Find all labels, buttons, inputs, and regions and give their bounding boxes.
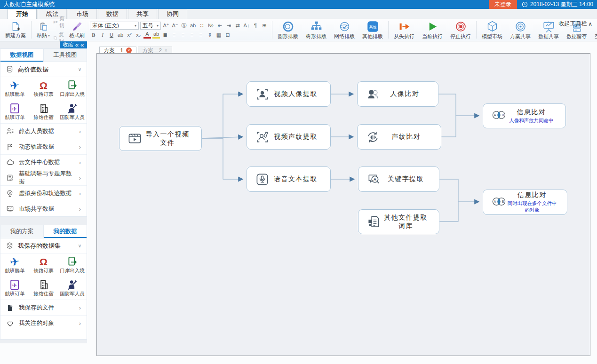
- phonetic-guide-button[interactable]: Ⓐ: [180, 22, 188, 29]
- align-center-button[interactable]: ≡: [179, 31, 187, 39]
- table-button[interactable]: ⊞: [261, 22, 268, 29]
- indent-button[interactable]: ⇥: [225, 22, 232, 29]
- align-right-button[interactable]: ≡: [188, 31, 196, 39]
- ribbon-tab-0[interactable]: 开始: [8, 9, 37, 19]
- flow-node-speech-text-extract[interactable]: 语音文本提取: [247, 166, 331, 192]
- flow-node-keyword-extract[interactable]: A关键字提取: [358, 166, 439, 192]
- paragraph-marks-button[interactable]: ¶: [252, 22, 259, 29]
- section-header-my-data[interactable]: 我保存的数据集∨: [0, 238, 87, 253]
- flow-canvas[interactable]: 导入一个视频文件视频人像提取人像比对视频声纹提取声纹比对语音文本提取A关键字提取…: [96, 53, 590, 356]
- flow-node-other-file-lexicon[interactable]: 其他文件提取词库: [358, 209, 439, 234]
- data-item-label: 铁路订票: [34, 91, 54, 98]
- canvas-tab-0[interactable]: 方案—1×: [99, 47, 136, 54]
- sidebar-tab-data-view-0[interactable]: 数据视图: [0, 49, 44, 62]
- data-item-my-data-5[interactable]: 国防军人员: [58, 277, 87, 300]
- node-label: 其他文件提取词库: [381, 214, 430, 230]
- shrink-font-button[interactable]: A⁻: [171, 22, 179, 29]
- sidebar-tab-my-data-1[interactable]: 我的数据: [44, 225, 87, 238]
- sidebar-row-data-view-5[interactable]: 市场共享数据›: [0, 201, 87, 216]
- char-shading-button[interactable]: ≣: [161, 31, 169, 39]
- grow-font-button[interactable]: A⁺: [162, 22, 170, 29]
- collapse-toolbar-link[interactable]: 收起工具栏 ∧: [558, 20, 592, 28]
- svg-text:B: B: [502, 113, 504, 117]
- plan-share-button[interactable]: 方案共享: [507, 19, 534, 41]
- data-item-data-view-4[interactable]: 旅馆住宿: [29, 100, 58, 123]
- paste-button[interactable]: 粘贴▾: [33, 20, 53, 40]
- ribbon-tab-5[interactable]: 协同: [158, 9, 187, 19]
- flow-node-voiceprint-compare[interactable]: 声纹比对: [357, 124, 441, 150]
- sidebar-tab-data-view-1[interactable]: 工具视图: [44, 49, 87, 62]
- sidebar-row-data-view-3[interactable]: 基础调研与专题库数据›: [0, 170, 87, 185]
- new-plan-button[interactable]: 新建方案: [2, 20, 29, 40]
- font-color-button[interactable]: A: [143, 31, 151, 39]
- align-left-button[interactable]: ≡: [170, 31, 178, 39]
- sidebar-row-data-view-4[interactable]: 虚拟身份和轨迹数据›: [0, 185, 87, 201]
- flow-node-info-compare-2[interactable]: AB信息比对同时出现在多个文件中的对象: [483, 190, 567, 215]
- underline-button[interactable]: U: [108, 31, 115, 39]
- justify-button[interactable]: ≡: [197, 31, 205, 39]
- cut-button[interactable]: ✂ 剪切: [53, 15, 66, 29]
- data-item-data-view-3[interactable]: ✈航班订单: [0, 100, 29, 123]
- italic-button[interactable]: I: [99, 31, 106, 39]
- circle-layout-button[interactable]: 圆形排版: [274, 19, 302, 41]
- sidebar-collapse-button[interactable]: 收缩 ««: [60, 41, 87, 48]
- run-current-button[interactable]: 当前执行: [419, 19, 446, 41]
- text-direction-button[interactable]: ⇄: [234, 22, 241, 29]
- cut-label: 剪切: [59, 15, 66, 29]
- tree-layout-button[interactable]: 树形排版: [302, 19, 330, 41]
- sidebar-row-my-data-0[interactable]: 我保存的文件›: [0, 300, 87, 315]
- network-layout-button[interactable]: 网络排版: [331, 19, 358, 41]
- strikethrough-button[interactable]: ab: [117, 31, 124, 39]
- ribbon-tab-2[interactable]: 市场: [68, 9, 97, 19]
- data-item-data-view-1[interactable]: Ω铁路订票: [29, 77, 58, 100]
- subscript-button[interactable]: x₂: [135, 31, 142, 39]
- node-subtitle: 同时出现在多个文件中的对象: [506, 200, 558, 214]
- format-painter-button[interactable]: 格式刷: [66, 20, 88, 40]
- number-list-button[interactable]: №: [207, 22, 215, 29]
- borders-button[interactable]: ⊡: [224, 31, 231, 39]
- other-layout-button[interactable]: 其他其他排版: [359, 19, 386, 41]
- data-item-data-view-0[interactable]: ✈航班舱单: [0, 77, 29, 100]
- flow-node-info-compare-1[interactable]: AB信息比对人像和声纹共同命中: [483, 103, 566, 128]
- data-item-data-view-2[interactable]: 口岸出入境: [58, 77, 87, 100]
- data-item-my-data-1[interactable]: Ω铁路订票: [29, 253, 58, 277]
- sidebar-row-data-view-2[interactable]: 云文件中心数据›: [0, 154, 87, 170]
- login-status-badge[interactable]: 未登录: [489, 0, 517, 9]
- canvas-tab-1[interactable]: 方案—2×: [138, 47, 172, 54]
- flow-node-import-video[interactable]: 导入一个视频文件: [119, 126, 202, 151]
- bold-button[interactable]: B: [90, 31, 97, 39]
- data-item-my-data-2[interactable]: 口岸出入境: [58, 253, 87, 277]
- data-item-my-data-4[interactable]: 旅馆住宿: [29, 277, 58, 300]
- sidebar-tab-my-data-0[interactable]: 我的方案: [0, 225, 44, 238]
- data-item-my-data-3[interactable]: ✈航班订单: [0, 277, 29, 300]
- close-tab-icon[interactable]: ×: [126, 47, 132, 53]
- shading-button[interactable]: ▦: [215, 31, 223, 39]
- sidebar-row-my-data-1[interactable]: 我关注的对象›: [0, 315, 87, 331]
- sidebar-row-label: 我关注的对象: [19, 319, 54, 327]
- airplane-icon: ✈: [9, 255, 20, 269]
- section-header-data-view[interactable]: 高价值数据∨: [0, 62, 87, 77]
- font-name-select[interactable]: 宋体 (正文)▾: [90, 22, 139, 30]
- sort-button[interactable]: A↓: [243, 22, 250, 29]
- close-tab-icon[interactable]: ×: [165, 48, 167, 53]
- highlight-button[interactable]: ab: [152, 31, 160, 39]
- model-market-button[interactable]: 模型市场: [478, 19, 506, 41]
- ribbon-tab-4[interactable]: 共享: [128, 9, 157, 19]
- sidebar-row-data-view-1[interactable]: 动态轨迹数据›: [0, 139, 87, 154]
- data-item-data-view-5[interactable]: 国防军人员: [58, 100, 87, 123]
- data-item-my-data-0[interactable]: ✈航班舱单: [0, 253, 29, 277]
- flow-node-video-face-extract[interactable]: 视频人像提取: [247, 81, 331, 107]
- flow-node-face-compare[interactable]: 人像比对: [357, 81, 438, 107]
- superscript-button[interactable]: x²: [126, 31, 133, 39]
- stop-button[interactable]: 停止执行: [447, 19, 474, 41]
- char-border-button[interactable]: ab: [189, 22, 197, 29]
- ribbon-tab-3[interactable]: 数据: [98, 9, 127, 19]
- line-spacing-button[interactable]: ⇕: [206, 31, 214, 39]
- flow-node-video-voiceprint-extract[interactable]: 视频声纹提取: [247, 124, 331, 150]
- format-painter-icon: [71, 21, 83, 32]
- run-start-button[interactable]: 从头执行: [390, 19, 418, 41]
- outdent-button[interactable]: ⇤: [216, 22, 223, 29]
- font-size-select[interactable]: 五号▾: [140, 22, 161, 30]
- sidebar-row-data-view-0[interactable]: 静态人员数据›: [0, 123, 87, 139]
- bullet-list-button[interactable]: ∷: [198, 22, 206, 29]
